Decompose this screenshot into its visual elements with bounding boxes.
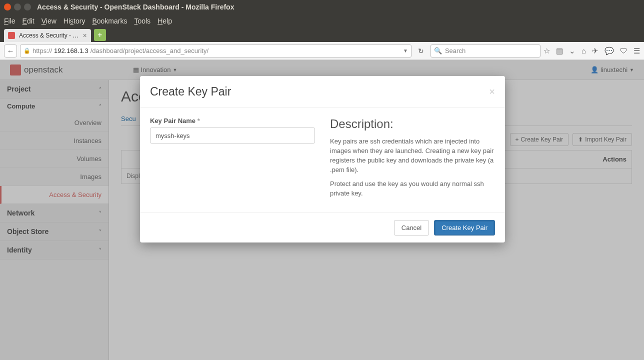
window-close-button[interactable]	[4, 4, 11, 10]
search-field[interactable]: 🔍 Search	[430, 44, 540, 58]
home-icon[interactable]: ⌂	[582, 46, 586, 55]
send-icon[interactable]: ✈	[592, 46, 598, 56]
label-text: Key Pair Name	[150, 117, 196, 124]
browser-tab[interactable]: Access & Security - … ×	[4, 29, 91, 42]
url-path: /dashboard/project/access_and_security/	[90, 47, 208, 54]
menu-bookmarks[interactable]: Bookmarks	[92, 17, 127, 25]
close-icon[interactable]: ×	[489, 86, 495, 98]
menu-icon[interactable]: ☰	[634, 46, 640, 56]
browser-tabbar: Access & Security - … × +	[0, 28, 644, 42]
keypair-name-label: Key Pair Name *	[150, 117, 315, 124]
toolbar-icons: ☆ ▥ ⌄ ⌂ ✈ 💬 🛡 ☰	[544, 46, 640, 56]
menu-help[interactable]: Help	[158, 17, 172, 25]
window-title: Access & Security - OpenStack Dashboard …	[37, 3, 234, 11]
menu-file[interactable]: File	[4, 17, 16, 25]
new-tab-button[interactable]: +	[94, 29, 106, 41]
reload-button[interactable]: ↻	[414, 44, 428, 58]
browser-menubar: File Edit View History Bookmarks Tools H…	[0, 14, 644, 28]
tab-title: Access & Security - …	[19, 32, 78, 39]
browser-toolbar: ← 🔒 https://192.168.1.3/dashboard/projec…	[0, 42, 644, 60]
create-keypair-submit-button[interactable]: Create Key Pair	[434, 220, 495, 236]
window-titlebar: Access & Security - OpenStack Dashboard …	[0, 0, 644, 14]
pocket-icon[interactable]: ⌄	[569, 46, 576, 56]
required-marker: *	[198, 117, 200, 124]
url-field[interactable]: 🔒 https://192.168.1.3/dashboard/project/…	[20, 44, 412, 58]
page-content: openstack ▦ Innovation ▼ 👤 linuxtechi ▼ …	[0, 60, 644, 360]
create-keypair-modal: Create Key Pair × Key Pair Name * Descri…	[140, 76, 505, 242]
modal-footer: Cancel Create Key Pair	[140, 212, 505, 242]
bookmarks-list-icon[interactable]: ▥	[556, 46, 563, 56]
modal-header: Create Key Pair ×	[140, 76, 505, 108]
modal-title: Create Key Pair	[150, 85, 231, 98]
cancel-button[interactable]: Cancel	[394, 220, 429, 236]
shield-icon[interactable]: 🛡	[620, 46, 628, 55]
lock-icon: 🔒	[24, 48, 30, 54]
description-text-2: Protect and use the key as you would any…	[330, 180, 495, 198]
tab-favicon-icon	[8, 32, 15, 39]
menu-view[interactable]: View	[42, 17, 56, 25]
search-placeholder: Search	[445, 47, 466, 54]
form-column: Key Pair Name *	[150, 117, 315, 204]
keypair-name-input[interactable]	[150, 128, 315, 144]
search-icon: 🔍	[434, 47, 442, 54]
menu-history[interactable]: History	[64, 17, 86, 25]
menu-edit[interactable]: Edit	[22, 17, 34, 25]
menu-tools[interactable]: Tools	[134, 17, 150, 25]
window-buttons	[4, 4, 31, 10]
window-maximize-button[interactable]	[24, 4, 31, 10]
url-scheme: https://	[32, 47, 52, 54]
url-dropdown-icon[interactable]: ▼	[403, 48, 408, 54]
description-text-1: Key pairs are ssh credentials which are …	[330, 137, 495, 174]
chat-icon[interactable]: 💬	[604, 46, 614, 56]
window-minimize-button[interactable]	[14, 4, 21, 10]
url-host: 192.168.1.3	[54, 47, 88, 54]
tab-close-icon[interactable]: ×	[82, 32, 86, 40]
description-column: Description: Key pairs are ssh credentia…	[330, 117, 495, 204]
bookmark-star-icon[interactable]: ☆	[544, 46, 550, 56]
modal-overlay[interactable]: Create Key Pair × Key Pair Name * Descri…	[0, 60, 644, 360]
description-heading: Description:	[330, 117, 495, 131]
nav-back-button[interactable]: ←	[4, 44, 17, 58]
modal-body: Key Pair Name * Description: Key pairs a…	[140, 108, 505, 212]
